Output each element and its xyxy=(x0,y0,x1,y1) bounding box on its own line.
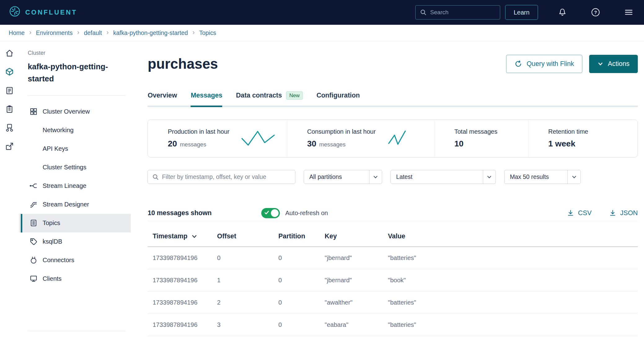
breadcrumb-environments[interactable]: Environments xyxy=(36,29,73,37)
sidebar-item-label: Cluster Settings xyxy=(42,164,86,171)
message-filter-input[interactable] xyxy=(162,173,291,180)
message-row[interactable]: 1733987894196 2 0 "awalther" "batteries" xyxy=(148,291,638,314)
topic-tabs: Overview Messages Data contracts New Con… xyxy=(148,91,638,107)
auto-refresh-toggle[interactable] xyxy=(261,208,280,218)
hamburger-menu-icon[interactable] xyxy=(624,8,633,17)
cell-partition: 0 xyxy=(273,269,320,291)
messages-toolbar: 10 messages shown Auto-refresh on xyxy=(148,208,638,218)
svg-text:?: ? xyxy=(594,10,597,15)
cell-timestamp: 1733987894196 xyxy=(148,247,212,269)
message-row[interactable]: 1733987894196 3 0 "eabara" "batteries" xyxy=(148,314,638,336)
consumption-sparkline xyxy=(387,129,410,148)
confluent-spark-icon xyxy=(9,6,20,19)
sidebar-item-networking[interactable]: Networking xyxy=(19,121,130,139)
topbar: CONFLUENT Learn ? xyxy=(0,0,644,25)
max-results-dropdown-value: Max 50 results xyxy=(505,170,568,184)
column-header-timestamp[interactable]: Timestamp xyxy=(148,221,212,247)
help-icon[interactable]: ? xyxy=(591,8,600,17)
sidebar-item-label: Connectors xyxy=(42,257,74,264)
column-header-value: Value xyxy=(383,221,638,247)
sidebar-item-cluster-settings[interactable]: Cluster Settings xyxy=(19,158,130,176)
chevron-down-icon[interactable] xyxy=(567,170,580,184)
chevron-right-icon xyxy=(107,29,109,37)
sidebar-item-stream-designer[interactable]: Stream Designer xyxy=(19,195,130,214)
sidebar-item-stream-lineage[interactable]: Stream Lineage xyxy=(19,176,130,195)
cell-timestamp: 1733987894196 xyxy=(148,269,212,291)
offset-order-dropdown[interactable]: Latest xyxy=(390,170,496,184)
tab-data-contracts[interactable]: Data contracts New xyxy=(236,91,303,106)
tab-overview[interactable]: Overview xyxy=(148,91,177,106)
flink-query-icon xyxy=(514,60,523,68)
sidebar-item-api-keys[interactable]: API Keys xyxy=(19,139,130,158)
cluster-label: Cluster xyxy=(19,50,130,56)
breadcrumb-topics[interactable]: Topics xyxy=(199,29,216,37)
breadcrumb-default[interactable]: default xyxy=(84,29,102,37)
stat-production: Production in last hour 20 messages xyxy=(148,120,287,157)
table-header-row: Timestamp Offset Partition Key Value xyxy=(148,221,638,247)
client-device-icon xyxy=(29,275,38,283)
notifications-bell-icon[interactable] xyxy=(558,8,567,17)
offset-order-dropdown-value: Latest xyxy=(391,170,483,184)
icon-rail xyxy=(0,42,19,347)
tag-icon xyxy=(29,237,38,246)
sidebar-item-cluster-overview[interactable]: Cluster Overview xyxy=(19,102,130,121)
partitions-dropdown[interactable]: All partitions xyxy=(304,170,382,184)
learn-button[interactable]: Learn xyxy=(505,5,538,20)
stat-label: Retention time xyxy=(548,128,588,135)
stat-total-messages: Total messages 10 xyxy=(434,120,528,157)
auto-refresh-label: Auto-refresh on xyxy=(285,210,328,217)
chevron-down-icon[interactable] xyxy=(369,170,382,184)
sidebar-divider xyxy=(28,95,125,96)
actions-label: Actions xyxy=(608,60,629,68)
message-filter-search[interactable] xyxy=(148,170,295,184)
message-filters: All partitions Latest Max 50 results xyxy=(148,170,638,184)
sidebar-item-topics[interactable]: Topics xyxy=(19,214,130,232)
partitions-dropdown-value: All partitions xyxy=(304,170,369,184)
download-icon xyxy=(609,209,616,217)
notes-icon[interactable] xyxy=(5,85,15,95)
search-icon xyxy=(420,9,426,15)
stream-governance-icon[interactable] xyxy=(5,123,15,132)
sort-desc-icon xyxy=(191,233,197,240)
messages-shown-count: 10 messages shown xyxy=(148,209,211,217)
sidebar-item-ksqldb[interactable]: ksqlDB xyxy=(19,232,130,251)
breadcrumb-cluster[interactable]: kafka-python-getting-started xyxy=(113,29,188,37)
clipboard-icon[interactable] xyxy=(5,104,15,114)
tab-configuration[interactable]: Configuration xyxy=(316,91,360,106)
cell-key: "jbernard" xyxy=(320,247,383,269)
column-header-partition: Partition xyxy=(273,221,320,247)
sidebar-item-connectors[interactable]: Connectors xyxy=(19,251,130,270)
breadcrumb-home[interactable]: Home xyxy=(9,29,25,37)
cluster-icon[interactable] xyxy=(5,67,15,77)
cell-key: "jbernard" xyxy=(320,269,383,291)
cell-offset: 2 xyxy=(212,291,274,314)
message-row[interactable]: 1733987894196 0 0 "jbernard" "batteries" xyxy=(148,247,638,269)
stat-unit: messages xyxy=(319,141,346,148)
chevron-down-icon[interactable] xyxy=(483,170,496,184)
sidebar-item-label: Stream Designer xyxy=(42,201,89,208)
global-search-input[interactable] xyxy=(430,9,496,16)
download-json-link[interactable]: JSON xyxy=(609,209,638,217)
cell-partition: 0 xyxy=(273,291,320,314)
download-csv-link[interactable]: CSV xyxy=(567,209,592,217)
max-results-dropdown[interactable]: Max 50 results xyxy=(504,170,581,184)
cell-timestamp: 1733987894196 xyxy=(148,291,212,314)
page-title: purchases xyxy=(148,56,218,72)
chevron-down-icon xyxy=(598,61,603,67)
stat-value: 1 week xyxy=(548,139,576,149)
query-with-flink-button[interactable]: Query with Flink xyxy=(506,55,582,73)
share-export-icon[interactable] xyxy=(5,141,15,151)
global-search[interactable] xyxy=(415,5,500,19)
message-row[interactable]: 1733987894196 1 0 "jbernard" "book" xyxy=(148,269,638,291)
stat-value: 20 xyxy=(168,139,177,149)
cluster-sidebar: Cluster kafka-python-getting-started Clu… xyxy=(19,42,130,347)
stat-label: Total messages xyxy=(454,128,497,135)
new-badge: New xyxy=(286,91,303,100)
confluent-logo[interactable]: CONFLUENT xyxy=(9,6,77,19)
actions-button[interactable]: Actions xyxy=(589,55,638,73)
column-header-key: Key xyxy=(320,221,383,247)
lineage-icon xyxy=(29,182,38,190)
sidebar-item-clients[interactable]: Clients xyxy=(19,270,130,288)
home-icon[interactable] xyxy=(5,48,15,58)
tab-messages[interactable]: Messages xyxy=(191,91,222,106)
